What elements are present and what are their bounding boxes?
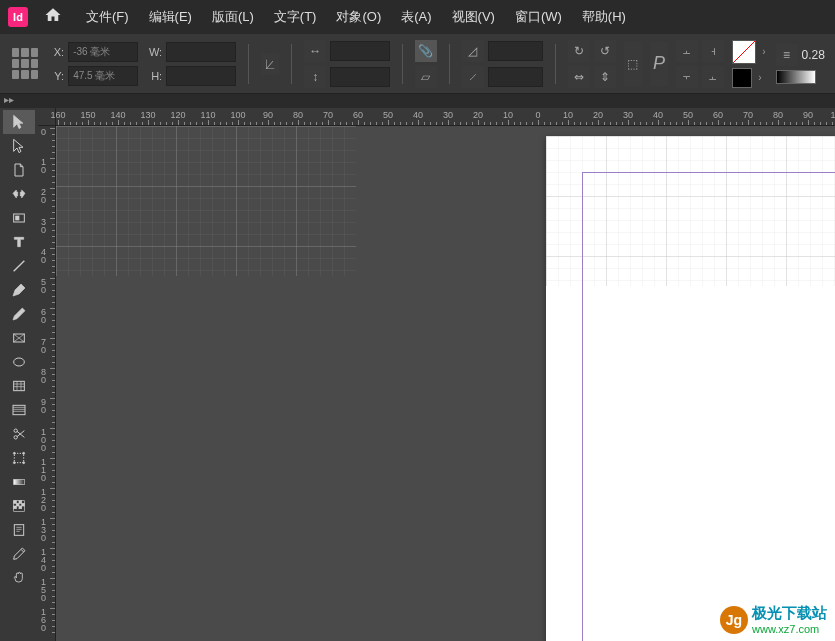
w-input[interactable] [166, 42, 236, 62]
ruler-h-tick: 40 [413, 110, 423, 120]
scale-x-input[interactable] [330, 41, 390, 61]
rotate-cw-icon[interactable]: ↻ [568, 40, 590, 62]
h-input[interactable] [166, 66, 236, 86]
shear-input[interactable] [488, 67, 543, 87]
ruler-v-tick: 7 0 [41, 338, 53, 354]
gradient-feather-tool[interactable] [3, 494, 35, 518]
rectangle-frame-tool[interactable] [3, 326, 35, 350]
x-label: X: [48, 46, 64, 58]
svg-point-21 [13, 452, 15, 454]
ruler-h-tick: 160 [50, 110, 65, 120]
align-left-icon[interactable]: ⫟ [676, 66, 698, 88]
svg-rect-1 [16, 216, 19, 220]
flip-v-icon[interactable]: ⇕ [594, 66, 616, 88]
menu-layout[interactable]: 版面(L) [204, 4, 262, 30]
pen-tool[interactable] [3, 278, 35, 302]
shear-icon[interactable]: ⟋ [462, 66, 484, 88]
line-tool[interactable] [3, 254, 35, 278]
stroke-chevron-icon[interactable]: › [756, 72, 763, 83]
ruler-h-tick: 130 [140, 110, 155, 120]
expand-bar[interactable] [0, 94, 835, 108]
rotate-input[interactable] [488, 41, 543, 61]
canvas[interactable] [56, 126, 835, 641]
menu-view[interactable]: 视图(V) [444, 4, 503, 30]
ruler-h-tick: 10 [503, 110, 513, 120]
distribute-h-icon[interactable]: ⫞ [702, 40, 724, 62]
attachment-icon[interactable]: 📎 [415, 40, 437, 62]
margin-guide [582, 172, 835, 641]
p-icon[interactable]: P [650, 42, 668, 86]
note-tool[interactable] [3, 518, 35, 542]
menu-window[interactable]: 窗口(W) [507, 4, 570, 30]
home-icon[interactable] [44, 6, 62, 29]
svg-line-18 [17, 431, 24, 437]
document-page[interactable] [546, 136, 835, 641]
ruler-h-tick: 60 [713, 110, 723, 120]
eyedropper-tool[interactable] [3, 542, 35, 566]
y-label: Y: [48, 70, 64, 82]
ellipse-tool[interactable] [3, 350, 35, 374]
scale-x-icon[interactable]: ↔ [304, 40, 326, 62]
svg-rect-27 [14, 501, 17, 504]
parallelogram-icon[interactable]: ▱ [415, 66, 437, 88]
menu-table[interactable]: 表(A) [393, 4, 439, 30]
horizontal-ruler[interactable]: 1601501401301201101009080706050403020100… [56, 108, 835, 126]
page-tool[interactable] [3, 158, 35, 182]
select-container-icon[interactable]: ⬚ [624, 42, 642, 86]
scissors-tool[interactable] [3, 422, 35, 446]
pencil-tool[interactable] [3, 302, 35, 326]
free-transform-tool[interactable] [3, 446, 35, 470]
gradient-swatch-tool[interactable] [3, 470, 35, 494]
scale-y-icon[interactable]: ↕ [304, 66, 326, 88]
panel-expand-icon[interactable]: ▸▸ [4, 94, 18, 108]
svg-point-22 [23, 452, 25, 454]
ruler-h-tick: 80 [773, 110, 783, 120]
fill-swatch[interactable] [732, 40, 756, 64]
ruler-v-tick: 3 0 [41, 218, 53, 234]
svg-rect-28 [19, 501, 22, 504]
y-input[interactable] [68, 66, 138, 86]
control-bar: X: Y: W: H: ⟀ ↔ ↕ 📎 ▱ [0, 34, 835, 94]
ruler-v-tick: 4 0 [41, 248, 53, 264]
align-top-icon[interactable]: ⫠ [676, 40, 698, 62]
ruler-h-tick: 140 [110, 110, 125, 120]
vertical-ruler[interactable]: 01 02 03 04 05 06 07 08 09 01 0 01 1 01 … [38, 126, 56, 641]
frame-grid-tool[interactable] [3, 398, 35, 422]
svg-rect-33 [14, 525, 23, 536]
gap-tool[interactable] [3, 182, 35, 206]
hand-tool[interactable] [3, 566, 35, 590]
distribute-v-icon[interactable]: ⫠ [702, 66, 724, 88]
ruler-v-tick: 9 0 [41, 398, 53, 414]
ruler-h-tick: 110 [200, 110, 215, 120]
flip-h-icon[interactable]: ⇔ [568, 66, 590, 88]
fill-chevron-icon[interactable]: › [760, 46, 767, 57]
scale-y-input[interactable] [330, 67, 390, 87]
reference-point[interactable] [10, 46, 40, 82]
selection-tool[interactable] [3, 110, 35, 134]
rotate-ccw-icon[interactable]: ↺ [594, 40, 616, 62]
x-input[interactable] [68, 42, 138, 62]
svg-rect-43 [56, 126, 356, 276]
stroke-swatch[interactable] [732, 68, 752, 88]
menu-object[interactable]: 对象(O) [328, 4, 389, 30]
grid-split-tool[interactable] [3, 374, 35, 398]
ruler-h-tick: 70 [743, 110, 753, 120]
stroke-weight-value: 0.28 [802, 48, 825, 62]
gradient-bar[interactable] [776, 70, 816, 84]
content-collector-tool[interactable] [3, 206, 35, 230]
menu-edit[interactable]: 编辑(E) [141, 4, 200, 30]
app-icon: Id [8, 7, 28, 27]
ruler-h-tick: 80 [293, 110, 303, 120]
menu-file[interactable]: 文件(F) [78, 4, 137, 30]
direct-selection-tool[interactable] [3, 134, 35, 158]
constrain-icon[interactable]: ⟀ [261, 53, 279, 75]
ruler-h-tick: 150 [80, 110, 95, 120]
rotate-icon[interactable]: ◿ [462, 40, 484, 62]
menu-type[interactable]: 文字(T) [266, 4, 325, 30]
ruler-h-tick: 100 [830, 110, 835, 120]
ruler-h-tick: 30 [623, 110, 633, 120]
menu-help[interactable]: 帮助(H) [574, 4, 634, 30]
stroke-weight-icon[interactable]: ≡ [776, 44, 798, 66]
svg-rect-20 [14, 453, 23, 462]
type-tool[interactable] [3, 230, 35, 254]
